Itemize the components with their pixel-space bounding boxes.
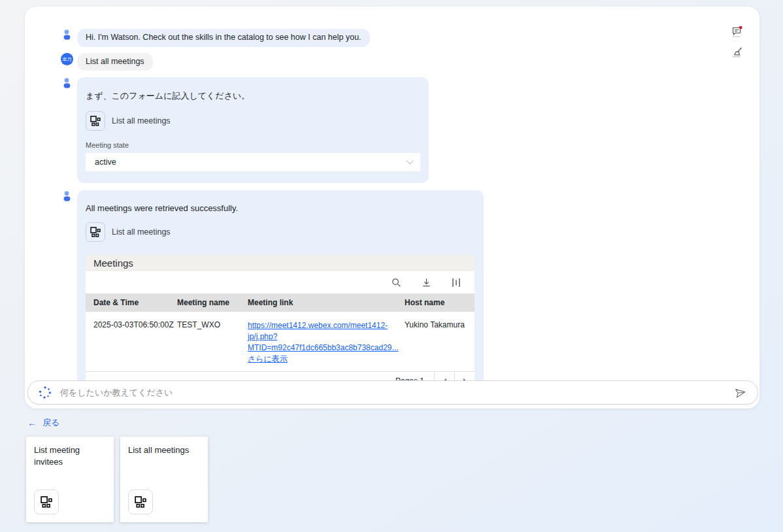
meeting-state-label: Meeting state <box>86 141 420 149</box>
column-header-date-time[interactable]: Date & Time <box>86 298 177 307</box>
skill-card-list-meeting-invitees[interactable]: List meeting invitees <box>26 437 114 522</box>
chat-header-actions <box>731 25 744 59</box>
chat-input-bar <box>27 380 758 405</box>
skill-chip-label: List all meetings <box>112 227 171 237</box>
table-toolbar <box>86 271 475 293</box>
watson-bot-avatar <box>61 77 74 90</box>
column-header-host-name[interactable]: Host name <box>405 298 475 307</box>
meeting-state-value: active <box>95 158 116 167</box>
form-panel: まず、このフォームに記入してください。 List all meetings Me… <box>77 77 429 183</box>
card-title: List all meetings <box>128 444 200 456</box>
skill-chip: List all meetings <box>86 111 420 131</box>
message-list: Hi. I'm Watson. Check out the skills in … <box>25 7 759 401</box>
cell-host-name: Yukino Takamura <box>405 320 475 329</box>
send-icon[interactable] <box>734 386 747 399</box>
meeting-state-dropdown[interactable]: active <box>86 153 420 171</box>
broom-clear-chat-icon[interactable] <box>731 46 744 59</box>
skill-grid-icon <box>128 490 153 514</box>
search-icon[interactable] <box>390 276 403 289</box>
meetings-table: Meetings <box>86 255 475 390</box>
table-header-row: Date & Time Meeting name Meeting link Ho… <box>86 293 475 312</box>
form-prompt: まず、このフォームに記入してください。 <box>86 90 420 102</box>
skill-chip-label: List all meetings <box>112 116 171 125</box>
meeting-link[interactable]: https://meet1412.webex.com/meet1412- jp/… <box>248 320 389 353</box>
result-panel: All meetings were retrieved successfully… <box>77 190 484 401</box>
ai-sparkle-icon <box>39 386 52 399</box>
column-settings-icon[interactable] <box>450 276 463 289</box>
bot-result-row: All meetings were retrieved successfully… <box>61 190 759 401</box>
skill-chip: List all meetings <box>86 222 475 242</box>
card-title: List meeting invitees <box>34 444 106 468</box>
show-more-link[interactable]: さらに表示 <box>248 354 288 365</box>
chat-notification-icon[interactable] <box>731 25 744 38</box>
back-link[interactable]: ← 戻る <box>27 417 59 429</box>
chat-text-input[interactable] <box>60 388 725 397</box>
user-message-row: 幸乃 List all meetings <box>61 53 759 71</box>
table-title: Meetings <box>86 255 475 271</box>
download-icon[interactable] <box>420 276 433 289</box>
back-link-label: 戻る <box>42 417 59 429</box>
skill-card-list-all-meetings[interactable]: List all meetings <box>120 437 208 522</box>
watson-bot-avatar <box>61 190 74 203</box>
cell-date-time: 2025-03-03T06:50:00Z <box>86 320 177 329</box>
skill-grid-icon <box>86 222 105 242</box>
result-status-text: All meetings were retrieved successfully… <box>86 203 475 213</box>
arrow-left-icon: ← <box>27 418 37 427</box>
bot-greeting-row: Hi. I'm Watson. Check out the skills in … <box>61 29 759 47</box>
column-header-meeting-link[interactable]: Meeting link <box>248 298 405 307</box>
chat-window: Hi. I'm Watson. Check out the skills in … <box>25 7 759 408</box>
cell-meeting-name: TEST_WXO <box>177 320 248 329</box>
bot-greeting-bubble: Hi. I'm Watson. Check out the skills in … <box>77 29 370 47</box>
column-header-meeting-name[interactable]: Meeting name <box>177 298 248 307</box>
user-avatar: 幸乃 <box>61 53 73 65</box>
skill-grid-icon <box>86 111 105 131</box>
skill-grid-icon <box>34 490 59 514</box>
watson-bot-avatar <box>61 29 74 42</box>
cell-meeting-link: https://meet1412.webex.com/meet1412- jp/… <box>248 320 389 365</box>
chevron-down-icon <box>406 157 413 164</box>
bot-form-row: まず、このフォームに記入してください。 List all meetings Me… <box>61 77 759 183</box>
user-message-bubble: List all meetings <box>77 53 153 71</box>
table-row: 2025-03-03T06:50:00Z TEST_WXO https://me… <box>86 312 475 372</box>
skill-card-list: List meeting invitees List all meetings <box>26 437 208 522</box>
